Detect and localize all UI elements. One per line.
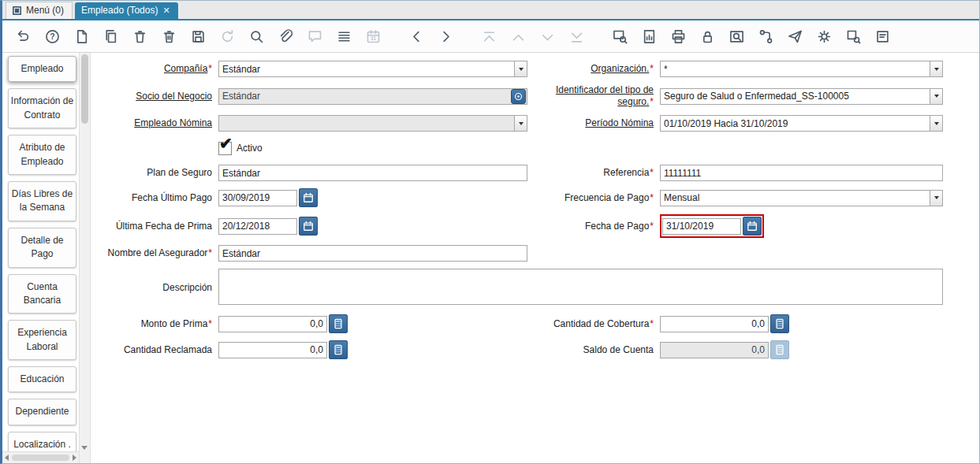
postit-icon[interactable] bbox=[873, 27, 892, 46]
parent-record-icon[interactable] bbox=[407, 27, 426, 46]
workflow-icon[interactable] bbox=[756, 27, 775, 46]
detail-record-icon[interactable] bbox=[436, 27, 455, 46]
periodo-nomina-dropdown-icon[interactable] bbox=[930, 115, 943, 132]
cantidad-reclamada-calculator-icon[interactable] bbox=[329, 340, 348, 359]
organizacion-input[interactable] bbox=[660, 61, 930, 77]
copy-record-icon[interactable] bbox=[101, 27, 120, 46]
ultima-fecha-prima-input[interactable] bbox=[218, 218, 297, 235]
delete-selection-icon[interactable] bbox=[159, 27, 178, 46]
sidebar-tabs: Empleado Información de Contrato Atribut… bbox=[2, 53, 79, 451]
tab-menu-label: Menú (0) bbox=[26, 5, 64, 16]
sidebar-item-informacion-contrato[interactable]: Información de Contrato bbox=[8, 88, 76, 128]
last-record-icon[interactable] bbox=[567, 27, 586, 46]
tab-empleado[interactable]: Empleado (Todos) ✕ bbox=[75, 2, 178, 19]
requery-icon[interactable] bbox=[218, 27, 237, 46]
frecuencia-pago-input[interactable] bbox=[660, 190, 930, 206]
sidebar-item-detalle-pago[interactable]: Detalle de Pago bbox=[8, 228, 76, 268]
activo-checkbox[interactable]: ✔ bbox=[218, 142, 232, 155]
toolbar: ? 31 bbox=[2, 20, 979, 53]
fecha-pago-calendar-icon[interactable] bbox=[743, 217, 762, 236]
fecha-pago-input[interactable] bbox=[662, 218, 741, 235]
preferences-icon[interactable] bbox=[814, 27, 833, 46]
fecha-ultimo-pago-calendar-icon[interactable] bbox=[299, 188, 318, 207]
sidebar-item-dias-libres[interactable]: Días Libres de la Semana bbox=[8, 181, 76, 221]
label-descripcion: Descripción bbox=[94, 282, 212, 294]
compania-combo bbox=[218, 61, 527, 77]
sidebar-item-dependiente[interactable]: Dependiente bbox=[8, 399, 76, 425]
zoom-across-icon[interactable] bbox=[610, 27, 629, 46]
first-record-icon[interactable] bbox=[479, 27, 498, 46]
sidebar-item-atributo-empleado[interactable]: Atributo de Empleado bbox=[8, 135, 76, 175]
label-socio-negocio: Socio del Negocio bbox=[94, 91, 212, 102]
employee-form: Compañía* Organización.* Socio del Negoc… bbox=[94, 61, 943, 359]
cantidad-cobertura-field bbox=[660, 314, 943, 333]
referencia-input[interactable] bbox=[660, 165, 943, 181]
lock-icon[interactable] bbox=[698, 27, 717, 46]
scroll-down-icon[interactable] bbox=[81, 450, 88, 461]
delete-record-icon[interactable] bbox=[130, 27, 149, 46]
business-partner-info-icon[interactable] bbox=[511, 89, 526, 104]
identificador-seguro-input[interactable] bbox=[660, 88, 930, 105]
product-info-icon[interactable] bbox=[844, 27, 863, 46]
sidebar-item-localizacion[interactable]: Localización . bbox=[8, 432, 76, 451]
sidebar-item-cuenta-bancaria[interactable]: Cuenta Bancaria bbox=[8, 274, 76, 314]
grid-toggle-icon[interactable] bbox=[334, 27, 353, 46]
ignore-changes-icon[interactable] bbox=[13, 27, 32, 46]
label-empleado-nomina: Empleado Nómina bbox=[94, 117, 212, 129]
descripcion-textarea[interactable] bbox=[218, 269, 943, 305]
organizacion-dropdown-icon[interactable] bbox=[930, 61, 943, 77]
save-icon[interactable] bbox=[188, 27, 207, 46]
help-icon[interactable]: ? bbox=[43, 27, 61, 46]
lookup-icon[interactable] bbox=[247, 27, 266, 46]
monto-prima-calculator-icon[interactable] bbox=[329, 314, 348, 333]
window-tab-bar: Menú (0) Empleado (Todos) ✕ bbox=[2, 1, 979, 20]
sidebar-item-educacion[interactable]: Educación bbox=[8, 366, 76, 392]
frecuencia-pago-dropdown-icon[interactable] bbox=[930, 190, 943, 206]
vertical-scroll-thumb[interactable] bbox=[81, 54, 88, 124]
tab-empleado-label: Empleado (Todos) bbox=[81, 5, 158, 16]
identificador-dropdown-icon[interactable] bbox=[930, 88, 943, 105]
empleado-nomina-dropdown-icon[interactable] bbox=[514, 115, 527, 132]
window-content: Empleado Información de Contrato Atribut… bbox=[2, 53, 979, 463]
history-icon[interactable]: 31 bbox=[363, 27, 382, 46]
sidebar-item-empleado[interactable]: Empleado bbox=[8, 56, 76, 82]
send-mail-icon[interactable] bbox=[785, 27, 804, 46]
print-icon[interactable] bbox=[669, 27, 687, 46]
horizontal-scroll-thumb[interactable] bbox=[12, 455, 69, 461]
scroll-right-icon[interactable] bbox=[73, 455, 76, 461]
tab-menu[interactable]: Menú (0) bbox=[6, 2, 73, 19]
cantidad-cobertura-input[interactable] bbox=[660, 316, 769, 332]
saldo-cuenta-calculator-icon bbox=[770, 340, 789, 359]
chat-icon[interactable] bbox=[305, 27, 324, 46]
sidebar-horizontal-scrollbar[interactable] bbox=[2, 451, 79, 463]
cantidad-reclamada-input[interactable] bbox=[218, 342, 327, 358]
label-cantidad-cobertura: Cantidad de Cobertura* bbox=[534, 318, 654, 330]
new-record-icon[interactable] bbox=[72, 27, 91, 46]
compania-input[interactable] bbox=[218, 61, 514, 77]
scroll-left-icon[interactable] bbox=[5, 455, 9, 461]
frecuencia-pago-combo bbox=[660, 190, 943, 206]
periodo-nomina-input[interactable] bbox=[660, 115, 930, 132]
svg-text:31: 31 bbox=[370, 35, 376, 41]
close-icon[interactable]: ✕ bbox=[162, 6, 170, 15]
compania-dropdown-icon[interactable] bbox=[514, 61, 527, 77]
cantidad-cobertura-calculator-icon[interactable] bbox=[770, 314, 789, 333]
ultima-fecha-prima-calendar-icon[interactable] bbox=[299, 217, 318, 236]
sidebar-item-experiencia-laboral[interactable]: Experiencia Laboral bbox=[8, 320, 76, 360]
attachment-icon[interactable] bbox=[276, 27, 295, 46]
identificador-seguro-combo bbox=[660, 88, 943, 105]
zoom-window-icon[interactable] bbox=[727, 27, 746, 46]
report-icon[interactable] bbox=[639, 27, 658, 46]
sidebar-vertical-scrollbar[interactable] bbox=[79, 53, 91, 463]
sidebar: Empleado Información de Contrato Atribut… bbox=[2, 53, 79, 463]
plan-seguro-input[interactable] bbox=[218, 165, 527, 181]
fecha-ultimo-pago-input[interactable] bbox=[218, 190, 297, 206]
previous-record-icon[interactable] bbox=[509, 27, 527, 46]
label-activo: Activo bbox=[237, 143, 263, 154]
next-record-icon[interactable] bbox=[538, 27, 557, 46]
nombre-asegurador-input[interactable] bbox=[218, 245, 527, 262]
check-icon: ✔ bbox=[219, 135, 233, 151]
empleado-nomina-input bbox=[218, 115, 514, 132]
monto-prima-input[interactable] bbox=[218, 316, 327, 332]
app-window: Menú (0) Empleado (Todos) ✕ ? 31 bbox=[0, 0, 980, 464]
